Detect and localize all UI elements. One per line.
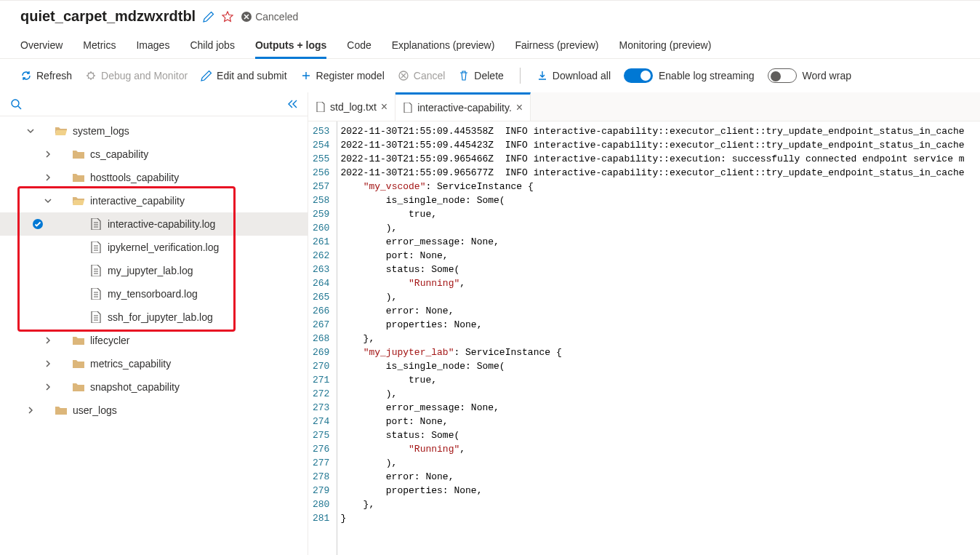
tree-item-label: snapshot_capability xyxy=(90,381,180,393)
favorite-star-icon[interactable] xyxy=(222,11,233,23)
page-title: quiet_carpet_mdzwxrdtbl xyxy=(20,8,196,25)
tab-child-jobs[interactable]: Child jobs xyxy=(190,39,234,58)
tree-item-label: cs_capability xyxy=(90,148,148,160)
download-all-button[interactable]: Download all xyxy=(537,70,611,81)
code-lines[interactable]: 2022-11-30T21:55:09.445358Z INFO interac… xyxy=(340,121,964,555)
tree-folder[interactable]: user_logs xyxy=(0,399,308,422)
log-streaming-label: Enable log streaming xyxy=(659,70,755,81)
folder-icon xyxy=(54,405,68,415)
debug-monitor-button: Debug and Monitor xyxy=(85,70,188,81)
editor-tabs: std_log.txt×interactive-capability.× xyxy=(308,92,980,121)
edit-title-icon[interactable] xyxy=(203,11,214,23)
page-tabs: OverviewMetricsImagesChild jobsOutputs +… xyxy=(0,25,980,59)
folder-icon xyxy=(71,149,86,159)
tree-item-label: system_logs xyxy=(73,125,129,137)
tree-file[interactable]: ssh_for_jupyter_lab.log xyxy=(0,306,308,329)
tree-folder[interactable]: metrics_capability xyxy=(0,352,308,375)
gutter-ruler xyxy=(337,121,337,555)
chevron-down-icon[interactable] xyxy=(44,196,55,205)
svg-point-3 xyxy=(12,100,19,107)
tree-folder[interactable]: snapshot_capability xyxy=(0,375,308,399)
tree-item-label: ipykernel_verification.log xyxy=(108,241,219,253)
delete-button[interactable]: Delete xyxy=(458,70,503,81)
chevron-right-icon[interactable] xyxy=(44,383,55,391)
file-icon xyxy=(89,311,103,323)
tree-file[interactable]: ipykernel_verification.log xyxy=(0,236,308,259)
tab-fairness-preview-[interactable]: Fairness (preview) xyxy=(515,39,598,58)
file-icon xyxy=(89,265,103,276)
check-circle-icon xyxy=(32,218,44,230)
edit-submit-button[interactable]: Edit and submit xyxy=(201,70,287,81)
tree-file[interactable]: interactive-capability.log xyxy=(0,212,308,236)
editor-tab-label: interactive-capability. xyxy=(417,102,512,113)
folder-open-icon xyxy=(54,126,68,136)
folder-open-icon xyxy=(71,196,86,206)
chevron-right-icon[interactable] xyxy=(44,336,55,345)
tab-metrics[interactable]: Metrics xyxy=(83,39,116,58)
editor-pane: std_log.txt×interactive-capability.× 253… xyxy=(308,92,980,555)
tree-item-label: user_logs xyxy=(73,404,117,416)
tab-monitoring-preview-[interactable]: Monitoring (preview) xyxy=(619,39,712,58)
tree-item-label: my_jupyter_lab.log xyxy=(108,265,193,276)
tree-item-label: interactive_capability xyxy=(90,195,185,207)
tree-folder[interactable]: hosttools_capability xyxy=(0,166,308,189)
chevron-right-icon[interactable] xyxy=(44,150,55,159)
file-icon xyxy=(89,218,103,230)
editor-tab[interactable]: interactive-capability.× xyxy=(395,92,531,121)
tree-item-label: ssh_for_jupyter_lab.log xyxy=(108,311,213,323)
toolbar-separator xyxy=(520,68,521,84)
file-icon xyxy=(89,288,103,300)
editor-tab[interactable]: std_log.txt× xyxy=(308,92,395,121)
toolbar: Refresh Debug and Monitor Edit and submi… xyxy=(0,59,980,92)
word-wrap-toggle[interactable] xyxy=(768,68,797,83)
cancel-button: Cancel xyxy=(398,70,446,81)
file-icon xyxy=(89,241,103,253)
folder-icon xyxy=(71,172,86,183)
folder-icon xyxy=(71,335,86,346)
tree-item-label: metrics_capability xyxy=(90,358,171,370)
tab-outputs-logs[interactable]: Outputs + logs xyxy=(255,39,326,58)
line-gutter: 2532542552562572582592602612622632642652… xyxy=(308,121,337,555)
tree-folder[interactable]: lifecycler xyxy=(0,329,308,352)
register-model-button[interactable]: Register model xyxy=(300,70,385,81)
tree-item-label: my_tensorboard.log xyxy=(108,288,198,300)
status-badge: Canceled xyxy=(241,11,298,23)
close-icon[interactable]: × xyxy=(381,101,387,113)
file-tree-sidebar: system_logscs_capabilityhosttools_capabi… xyxy=(0,92,308,555)
tree-file[interactable]: my_tensorboard.log xyxy=(0,282,308,306)
tree-item-label: interactive-capability.log xyxy=(108,218,215,230)
word-wrap-label: Word wrap xyxy=(803,70,851,81)
tab-images[interactable]: Images xyxy=(136,39,169,58)
collapse-sidebar-icon[interactable] xyxy=(286,98,297,110)
tab-code[interactable]: Code xyxy=(347,39,371,58)
tree-item-label: lifecycler xyxy=(90,335,129,346)
folder-icon xyxy=(71,382,86,392)
tab-explanations-preview-[interactable]: Explanations (preview) xyxy=(392,39,495,58)
editor-tab-label: std_log.txt xyxy=(330,101,377,113)
folder-icon xyxy=(71,359,86,369)
chevron-right-icon[interactable] xyxy=(44,173,55,182)
log-streaming-toggle[interactable] xyxy=(624,68,653,83)
refresh-button[interactable]: Refresh xyxy=(20,70,72,81)
file-icon xyxy=(316,102,326,112)
close-icon[interactable]: × xyxy=(516,102,523,113)
tree-file[interactable]: my_jupyter_lab.log xyxy=(0,259,308,282)
file-icon xyxy=(403,103,413,113)
tab-overview[interactable]: Overview xyxy=(20,39,63,58)
tree-folder[interactable]: system_logs xyxy=(0,119,308,143)
tree-folder[interactable]: interactive_capability xyxy=(0,189,308,212)
tree-folder[interactable]: cs_capability xyxy=(0,143,308,166)
search-icon[interactable] xyxy=(10,98,22,110)
chevron-right-icon[interactable] xyxy=(44,359,55,368)
chevron-right-icon[interactable] xyxy=(26,406,38,415)
chevron-down-icon[interactable] xyxy=(26,127,38,135)
tree-item-label: hosttools_capability xyxy=(90,172,179,183)
